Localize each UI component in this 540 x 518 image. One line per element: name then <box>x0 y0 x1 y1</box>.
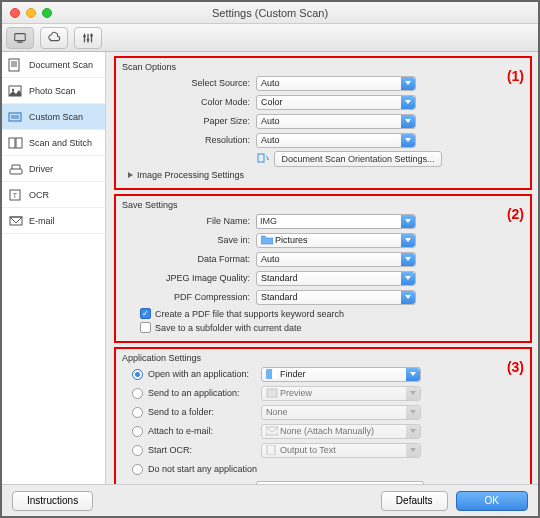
application-settings-section: (3) Application Settings Open with an ap… <box>114 347 532 484</box>
color-mode-label: Color Mode: <box>122 97 256 107</box>
toolbar-settings[interactable] <box>74 27 102 49</box>
svg-point-7 <box>90 34 93 37</box>
data-format[interactable]: Auto <box>256 252 416 267</box>
sidebar-item-label: Document Scan <box>29 60 93 70</box>
window-title: Settings (Custom Scan) <box>2 7 538 19</box>
sidebar-item-label: Driver <box>29 164 53 174</box>
svg-point-13 <box>12 88 14 90</box>
select-source-label: Select Source: <box>122 78 256 88</box>
svg-rect-18 <box>10 169 22 174</box>
create-pdf-label: Create a PDF file that supports keyword … <box>155 309 344 319</box>
settings-window: Settings (Custom Scan) Document Scan Pho… <box>0 0 540 518</box>
send-folder-radio[interactable] <box>132 407 143 418</box>
create-pdf-checkbox[interactable] <box>140 308 151 319</box>
sidebar-item-label: OCR <box>29 190 49 200</box>
footer: Instructions Defaults OK <box>2 484 538 516</box>
select-source[interactable]: Auto <box>256 76 416 91</box>
folder-icon <box>261 235 273 245</box>
resolution-label: Resolution: <box>122 135 256 145</box>
sidebar-item-photo-scan[interactable]: Photo Scan <box>2 78 105 104</box>
custom-icon <box>8 110 24 124</box>
save-in-label: Save in: <box>122 235 256 245</box>
preview-icon <box>266 388 278 398</box>
svg-rect-22 <box>258 154 264 162</box>
svg-rect-27 <box>267 445 275 455</box>
svg-rect-24 <box>272 369 278 379</box>
send-folder-label: Send to a folder: <box>148 407 256 417</box>
data-format-label: Data Format: <box>122 254 256 264</box>
sidebar-item-label: Scan and Stitch <box>29 138 92 148</box>
image-processing-disclosure[interactable]: Image Processing Settings <box>128 170 524 180</box>
orientation-icon <box>256 152 270 166</box>
sidebar-item-label: E-mail <box>29 216 55 226</box>
callout-1: (1) <box>507 68 524 84</box>
svg-rect-16 <box>9 138 15 148</box>
ok-button[interactable]: OK <box>456 491 528 511</box>
save-settings-section: (2) Save Settings File Name: IMG Save in… <box>114 194 532 343</box>
jpeg-quality-label: JPEG Image Quality: <box>122 273 256 283</box>
ocr-icon: T <box>8 188 24 202</box>
sidebar-item-custom-scan[interactable]: Custom Scan <box>2 104 105 130</box>
svg-rect-1 <box>17 41 22 42</box>
svg-point-5 <box>83 34 86 37</box>
toolbar <box>2 24 538 52</box>
attach-email-radio[interactable] <box>132 426 143 437</box>
sidebar-item-label: Photo Scan <box>29 86 76 96</box>
pdf-compression[interactable]: Standard <box>256 290 416 305</box>
content-area: (1) Scan Options Select Source: Auto Col… <box>106 52 538 484</box>
svg-rect-17 <box>16 138 22 148</box>
sidebar-item-document-scan[interactable]: Document Scan <box>2 52 105 78</box>
sidebar-item-email[interactable]: E-mail <box>2 208 105 234</box>
sidebar-item-scan-stitch[interactable]: Scan and Stitch <box>2 130 105 156</box>
attach-email-select: None (Attach Manually) <box>261 424 421 439</box>
titlebar: Settings (Custom Scan) <box>2 2 538 24</box>
toolbar-from-cloud[interactable] <box>40 27 68 49</box>
svg-text:T: T <box>13 192 18 199</box>
send-folder-select: None <box>261 405 421 420</box>
do-not-start-label: Do not start any application <box>148 464 257 474</box>
save-in[interactable]: Pictures <box>256 233 416 248</box>
paper-size-label: Paper Size: <box>122 116 256 126</box>
finder-icon <box>266 369 278 379</box>
save-subfolder-label: Save to a subfolder with current date <box>155 323 302 333</box>
callout-2: (2) <box>507 206 524 222</box>
stitch-icon <box>8 136 24 150</box>
send-app-select: Preview <box>261 386 421 401</box>
color-mode[interactable]: Color <box>256 95 416 110</box>
svg-rect-8 <box>9 59 19 71</box>
defaults-button[interactable]: Defaults <box>381 491 448 511</box>
document-icon <box>8 58 24 72</box>
sidebar-item-driver[interactable]: Driver <box>2 156 105 182</box>
toolbar-from-computer[interactable] <box>6 27 34 49</box>
file-name-input[interactable]: IMG <box>256 214 403 229</box>
section-title: Save Settings <box>122 200 524 210</box>
attach-email-label: Attach to e-mail: <box>148 426 256 436</box>
file-name-label: File Name: <box>122 216 256 226</box>
svg-rect-25 <box>267 389 277 397</box>
callout-3: (3) <box>507 359 524 375</box>
section-title: Scan Options <box>122 62 524 72</box>
jpeg-quality[interactable]: Standard <box>256 271 416 286</box>
mail-icon <box>266 426 278 436</box>
sidebar-item-ocr[interactable]: T OCR <box>2 182 105 208</box>
open-with-radio[interactable] <box>132 369 143 380</box>
save-subfolder-checkbox[interactable] <box>140 322 151 333</box>
text-icon <box>266 445 278 455</box>
start-ocr-select: Output to Text <box>261 443 421 458</box>
instructions-button[interactable]: Instructions <box>12 491 93 511</box>
do-not-start-radio[interactable] <box>132 464 143 475</box>
sidebar-item-label: Custom Scan <box>29 112 83 122</box>
start-ocr-radio[interactable] <box>132 445 143 456</box>
pdf-compression-label: PDF Compression: <box>122 292 256 302</box>
open-with-select[interactable]: Finder <box>261 367 421 382</box>
section-title: Application Settings <box>122 353 524 363</box>
email-icon <box>8 214 24 228</box>
open-with-label: Open with an application: <box>148 369 256 379</box>
orientation-settings-button[interactable]: Document Scan Orientation Settings... <box>274 151 442 167</box>
scan-options-section: (1) Scan Options Select Source: Auto Col… <box>114 56 532 190</box>
resolution[interactable]: Auto <box>256 133 416 148</box>
triangle-right-icon <box>128 172 133 178</box>
start-ocr-label: Start OCR: <box>148 445 256 455</box>
send-app-radio[interactable] <box>132 388 143 399</box>
paper-size[interactable]: Auto <box>256 114 416 129</box>
